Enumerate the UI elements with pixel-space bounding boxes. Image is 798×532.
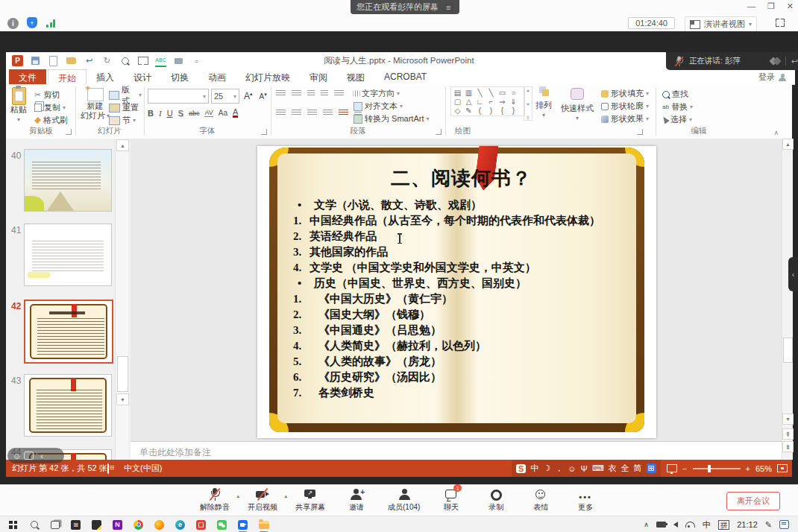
ime-keyboard-icon[interactable]: ⌨ [592,463,604,473]
cut-button[interactable]: ✂剪切 [34,89,68,101]
clipboard-dialog-launcher[interactable] [66,129,72,135]
select-button[interactable]: 选择▾ [662,113,693,126]
align-center-button[interactable] [292,110,301,116]
start-video-button[interactable]: 开启视频 ▴ [248,488,277,513]
quick-styles-button[interactable]: 快速样式 ▾ [561,86,594,123]
unmute-button[interactable]: 解除静音 ▴ [200,488,230,513]
previous-slide-button[interactable]: ⇞ [782,428,794,440]
chrome-icon[interactable] [133,519,144,531]
tab-slideshow[interactable]: 幻灯片放映 [236,69,300,84]
slide-scrollbar[interactable]: ▲ ▼ ⇞ ⇟ [782,139,793,460]
ime-halfwidth-moon-icon[interactable]: ☽ [543,463,550,473]
align-left-button[interactable] [276,110,286,116]
store-icon[interactable]: ⊞ [70,519,81,531]
shapes-more[interactable]: ≡ [527,115,530,120]
shape-cell[interactable]: ╲ [486,88,497,97]
red-app-icon[interactable] [195,519,207,531]
side-panel-handle[interactable]: ‹ [788,257,798,291]
decrease-indent-button[interactable] [307,90,315,97]
collapse-ribbon-icon[interactable]: ∧ [773,129,779,136]
language-status[interactable]: 中文(中国) [124,463,162,474]
thumb-scroll-down[interactable]: ▼ [116,393,129,405]
scroll-up-button[interactable]: ▲ [782,139,794,150]
italic-button[interactable]: I [159,109,162,118]
arrange-button[interactable]: 排列 ▾ [535,86,552,120]
shape-cell[interactable]: ✎ [463,106,474,115]
distribute-button[interactable] [339,110,348,116]
tab-insert[interactable]: 插入 [87,69,124,84]
justify-button[interactable] [323,110,333,116]
slide-thumbnail-42[interactable] [24,300,113,364]
invite-button[interactable]: + 邀请 [343,488,370,513]
bold-button[interactable]: B [148,109,154,118]
tray-language[interactable]: 中 [703,519,711,531]
shapes-scroll-down[interactable]: ▾ [527,101,529,107]
battery-icon[interactable] [656,522,666,528]
reaction-chat-icon[interactable]: ·· [24,452,34,460]
wifi-icon[interactable] [685,522,695,528]
reaction-emoji-icon[interactable]: ☺ [13,452,21,460]
increase-indent-button[interactable] [321,90,328,97]
slideshow-view-icon[interactable] [667,464,677,472]
notes-status-icon[interactable] [107,463,109,474]
text-direction-button[interactable]: 文字方向▾ [354,87,429,100]
leave-meeting-button[interactable]: 离开会议 [726,492,780,510]
shape-cell[interactable]: ╲ [474,88,486,97]
ime-skin-icon[interactable]: 衣 [609,463,617,474]
more-button[interactable]: ••• 更多 [572,488,599,513]
tab-review[interactable]: 审阅 [300,69,337,84]
members-button[interactable]: 成员(104) [388,488,420,513]
underline-button[interactable]: U [167,109,173,118]
next-slide-button[interactable]: ⇟ [782,441,794,452]
ime-toolbox-icon[interactable]: ⊞ [647,463,656,473]
thumbnail-scrollbar[interactable]: ▲ ▼ [115,139,128,460]
slide-text[interactable]: 二、阅读何书？ •文学（小说、散文、诗歌、戏剧） 1.中国经典作品（从古至今，每… [293,165,629,401]
shape-cell[interactable]: ▤ [452,88,463,97]
network-signal-icon[interactable] [46,19,55,28]
pill-collapse-icon[interactable]: ‹ [40,452,43,460]
grow-font-button[interactable]: A▴ [242,91,255,101]
paragraph-dialog-launcher[interactable] [436,129,442,135]
video-options-arrow[interactable]: ▴ [284,493,287,499]
shape-cell[interactable]: ▥ [463,88,474,97]
shapes-scroll[interactable]: ▴ ▾ ≡ [524,86,532,121]
slide-thumbnail-41[interactable] [24,224,112,286]
char-spacing-button[interactable]: AV [204,109,213,117]
minimize-icon[interactable]: — [747,1,755,11]
font-color-button[interactable]: A [233,108,238,118]
edge-icon[interactable]: e [175,519,186,531]
slide-thumbnail-43[interactable] [24,374,112,437]
copy-button[interactable]: 复制▾ [34,101,68,114]
tab-view[interactable]: 视图 [337,69,374,84]
tab-file[interactable]: 文件 [9,69,46,84]
search-icon[interactable] [28,519,40,531]
tab-acrobat[interactable]: ACROBAT [374,69,436,84]
format-painter-button[interactable]: 格式刷 [34,114,68,127]
new-slide-button[interactable]: 新建 幻灯片▾ [81,88,110,121]
sogou-ime-bar[interactable]: S 中 ☽ ， ☺ Ψ ⌨ 衣 全 简 ⊞ [512,460,661,477]
tencent-meeting-icon[interactable] [237,519,248,531]
ime-punctuation-icon[interactable]: ， [555,463,563,474]
scroll-down-button[interactable]: ▼ [782,414,794,425]
shape-cell[interactable]: ⇒ [497,97,508,106]
tab-home[interactable]: 开始 [48,69,87,85]
font-size-combo[interactable]: 25▾ [211,89,239,104]
align-right-button[interactable] [307,110,317,116]
file-explorer-icon[interactable] [258,519,269,531]
strikethrough-button[interactable]: abc [189,110,200,117]
shape-cell[interactable]: ) [486,106,497,115]
fit-to-window-icon[interactable] [777,464,788,472]
replace-button[interactable]: ab替换▾ [662,101,693,113]
tray-ime-icon[interactable]: 拼 [718,520,730,530]
share-screen-button[interactable]: ↗ 共享屏幕 [295,488,325,513]
chat-button[interactable]: 1 聊天 [438,488,465,513]
drawing-dialog-launcher[interactable] [637,129,643,135]
view-mode-button[interactable]: 演讲者视图 ▾ [685,16,757,32]
reactions-button[interactable]: 表情 [527,488,554,513]
shape-cell[interactable]: ∟ [474,97,486,106]
banner-menu-icon[interactable]: ≡ [443,3,453,12]
bullets-button[interactable] [276,90,286,97]
shrink-font-button[interactable]: A▾ [257,92,269,101]
tab-transitions[interactable]: 切换 [161,69,198,84]
paste-button[interactable]: 粘贴 ▾ [10,87,27,124]
